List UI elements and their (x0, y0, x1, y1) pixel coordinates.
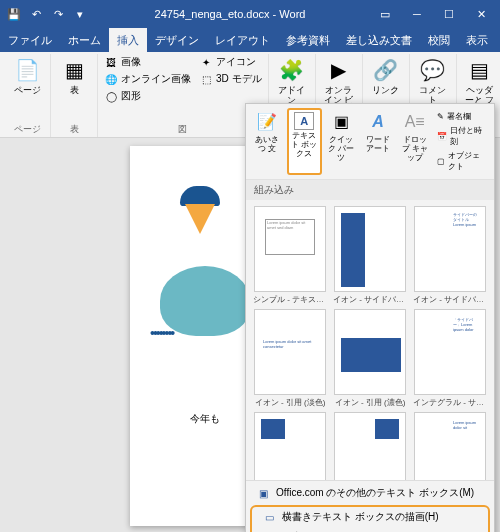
redo-icon[interactable]: ↷ (48, 4, 68, 24)
tab-view[interactable]: 表示 (458, 28, 496, 52)
pictures-button[interactable]: 🖼画像 (102, 54, 193, 70)
calendar-icon: 📅 (437, 132, 447, 141)
quickparts-button[interactable]: ▣クイック パーツ (324, 108, 359, 175)
wordart-button[interactable]: Aワード アート (361, 108, 396, 175)
icons-button[interactable]: ✦アイコン (197, 54, 264, 70)
comment-icon: 💬 (419, 56, 447, 84)
shapes-icon: ◯ (104, 89, 118, 103)
quickparts-icon: ▣ (328, 110, 354, 134)
gallery-item-simple[interactable]: Lorem ipsum dolor sit amet sed diamシンプル … (252, 206, 328, 305)
tab-home[interactable]: ホーム (60, 28, 109, 52)
gallery-item-integral-sidebar[interactable]: 「サイドバー」Lorem ipsum dolorインテグラル - サイドバー (412, 309, 488, 408)
signature-button[interactable]: ✎署名欄 (436, 110, 488, 123)
gallery-item-ion-sidebar2[interactable]: サイドバーのタイトル Lorem ipsumイオン - サイドバー 2 (412, 206, 488, 305)
gallery-item-ion-quote-light[interactable]: Lorem ipsum dolor sit amet consecteturイオ… (252, 309, 328, 408)
cube-icon: ⬚ (199, 72, 213, 86)
icons-icon: ✦ (199, 55, 213, 69)
gallery-item-ion-quote-dark[interactable]: イオン - 引用 (濃色) (332, 309, 408, 408)
textbox-gallery: Lorem ipsum dolor sit amet sed diamシンプル … (246, 200, 494, 480)
page-text: 今年も (190, 412, 220, 426)
gallery-item-ion-sidebar1[interactable]: イオン - サイドバー 1 (332, 206, 408, 305)
horizontal-textbox-icon: ▭ (262, 512, 276, 523)
links-button[interactable]: 🔗リンク (367, 54, 405, 98)
wordart-icon: A (365, 110, 391, 134)
ribbon-tabs: ファイル ホーム 挿入 デザイン レイアウト 参考資料 差し込み文書 校閲 表示… (0, 28, 500, 52)
tab-design[interactable]: デザイン (147, 28, 207, 52)
undo-icon[interactable]: ↶ (26, 4, 46, 24)
textbox-button[interactable]: Aテキスト ボックス (287, 108, 322, 175)
tab-mailings[interactable]: 差し込み文書 (338, 28, 420, 52)
textbox-dropdown: 📝あいさつ 文 Aテキスト ボックス ▣クイック パーツ Aワード アート A≡… (245, 103, 495, 532)
gallery-header: 組み込み (246, 180, 494, 200)
shapes-button[interactable]: ◯図形 (102, 88, 193, 104)
3d-models-button[interactable]: ⬚3D モデル (197, 71, 264, 87)
tab-review[interactable]: 校閲 (420, 28, 458, 52)
tab-references[interactable]: 参考資料 (278, 28, 338, 52)
datetime-button[interactable]: 📅日付と時刻 (436, 124, 488, 148)
gallery-item[interactable] (332, 412, 408, 480)
table-button[interactable]: ▦表 (55, 54, 93, 98)
addins-button[interactable]: 🧩アドイン (273, 54, 311, 108)
tab-file[interactable]: ファイル (0, 28, 60, 52)
greeting-icon: 📝 (254, 110, 280, 134)
tab-insert[interactable]: 挿入 (109, 28, 147, 52)
comment-button[interactable]: 💬コメント (414, 54, 452, 108)
object-button[interactable]: ▢オブジェクト (436, 149, 488, 173)
close-icon[interactable]: ✕ (466, 4, 496, 24)
qat-more-icon[interactable]: ▾ (70, 4, 90, 24)
textbox-icon: A (294, 112, 314, 130)
greeting-button[interactable]: 📝あいさつ 文 (250, 108, 285, 175)
acorn-graphic (180, 186, 220, 236)
video-icon: ▶ (325, 56, 353, 84)
window-title: 24754_nenga_eto.docx - Word (90, 8, 370, 20)
online-pictures-button[interactable]: 🌐オンライン画像 (102, 71, 193, 87)
hedgehog-graphic: •••••••• (160, 266, 250, 336)
more-textboxes-office[interactable]: ▣Office.com のその他のテキスト ボックス(M) (246, 483, 494, 503)
addins-icon: 🧩 (278, 56, 306, 84)
tab-help[interactable]: ヘルプ (496, 28, 500, 52)
table-icon: ▦ (60, 56, 88, 84)
pages-button[interactable]: 📄ページ (8, 54, 46, 98)
dropcap-icon: A≡ (402, 110, 428, 134)
online-picture-icon: 🌐 (104, 72, 118, 86)
gallery-item[interactable]: Lorem ipsum dolor sit (412, 412, 488, 480)
gallery-item[interactable] (252, 412, 328, 480)
draw-vertical-textbox[interactable]: ▯縦書きテキスト ボックスの描画(V) (252, 527, 488, 532)
pages-icon: 📄 (13, 56, 41, 84)
draw-horizontal-textbox[interactable]: ▭横書きテキスト ボックスの描画(H) (252, 507, 488, 527)
minimize-icon[interactable]: ─ (402, 4, 432, 24)
maximize-icon[interactable]: ☐ (434, 4, 464, 24)
dropcap-button[interactable]: A≡ドロップ キャップ (397, 108, 432, 175)
signature-icon: ✎ (437, 112, 444, 121)
ribbon-display-icon[interactable]: ▭ (370, 4, 400, 24)
link-icon: 🔗 (372, 56, 400, 84)
header-icon: ▤ (466, 56, 494, 84)
tab-layout[interactable]: レイアウト (207, 28, 278, 52)
picture-icon: 🖼 (104, 55, 118, 69)
object-icon: ▢ (437, 157, 445, 166)
save-icon[interactable]: 💾 (4, 4, 24, 24)
office-icon: ▣ (256, 488, 270, 499)
